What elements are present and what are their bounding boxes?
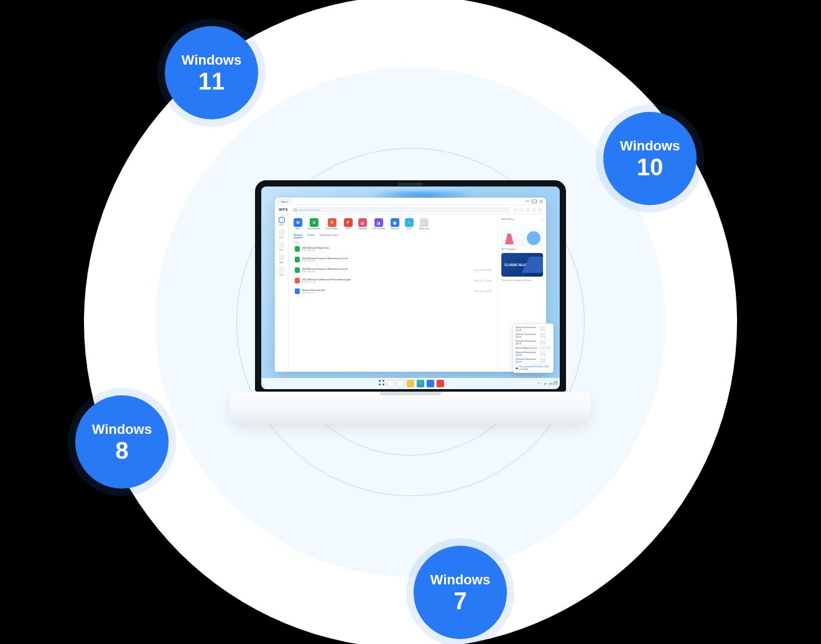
file-path: WPS Cloud File <box>302 270 471 273</box>
file-type-icon <box>295 267 300 273</box>
home-icon <box>279 217 285 223</box>
side-nav-label: Apps <box>279 261 284 264</box>
file-date: 2021-12-22 10:36 <box>474 280 491 282</box>
window-tab[interactable]: Home <box>277 199 292 204</box>
search-input[interactable]: Search documents <box>291 207 510 213</box>
tile-label: Write <box>295 228 300 230</box>
start-tiles: WWriteSSpreadsheetPPresentationPPDF◎Temp… <box>294 218 493 230</box>
recent-files-popup[interactable]: Financial Statements (1).xls12-22 10:36F… <box>513 323 554 373</box>
file-row[interactable]: 2021 Annual Financial Statements (1).xls… <box>294 255 493 264</box>
popup-file-name: Financial Statements (4).xls <box>516 351 540 356</box>
popup-file-name: Financial Statements (3).xls <box>516 340 540 345</box>
close-icon[interactable] <box>539 200 544 203</box>
side-nav-docs[interactable]: Docs <box>277 229 286 239</box>
popup-file-date: 12-22 10:36 <box>540 333 550 338</box>
tile-label: PDF <box>346 228 350 230</box>
wifi-icon[interactable]: ⌔ <box>541 382 542 385</box>
side-nav-tools[interactable]: Tools <box>277 267 286 276</box>
maximize-icon[interactable] <box>532 200 537 203</box>
file-path: My Device > Doc <box>302 281 471 283</box>
laptop-camera-notch <box>398 183 423 186</box>
popup-file-row[interactable]: Financial Statements (1).xls12-22 10:36 <box>516 326 550 333</box>
laptop-hinge <box>379 392 442 395</box>
taskbar-tray[interactable]: ᐱ ⌔ 🔈 10:36 2021/12/22 <box>538 382 558 386</box>
file-info: 2021 Annual Financial Statements (1).xls… <box>302 257 489 262</box>
header-icon[interactable] <box>532 208 536 212</box>
start-tile[interactable]: PPresentation <box>326 218 338 230</box>
folder-icon <box>279 242 285 248</box>
file-date: 2021-12-22 10:36 <box>474 269 491 272</box>
expand-icon[interactable]: ⤢ <box>542 218 543 221</box>
tile-icon: P <box>344 218 353 227</box>
task-view-icon[interactable] <box>397 380 404 387</box>
file-row[interactable]: 2021 Annual Report.xlsxWPS Cloud File <box>294 244 493 254</box>
laptop-keyboard-deck <box>230 392 591 424</box>
os-name: Windows <box>620 138 680 154</box>
tile-icon: P <box>328 218 336 227</box>
popup-file-name: Financial Statements (5).xls <box>516 358 540 363</box>
edge-icon[interactable] <box>417 380 424 387</box>
filter-share[interactable]: Share <box>307 234 315 238</box>
tile-label: Spreadsheet <box>308 228 320 230</box>
os-name: Windows <box>182 52 241 68</box>
tile-label: OCR <box>407 228 412 230</box>
filter-recent[interactable]: Recent <box>294 234 302 238</box>
promo-card-classic-blue[interactable]: CLASSIC BLUE <box>501 253 543 277</box>
start-tile[interactable]: …More tools <box>419 218 429 230</box>
file-info: Bovar's Resume.docMy Device > Doc <box>302 288 471 294</box>
side-nav-home[interactable]: Home <box>277 217 286 226</box>
side-nav-apps[interactable]: Apps <box>277 254 286 264</box>
header-icon[interactable] <box>538 208 542 212</box>
tile-label: Template <box>358 228 367 230</box>
volume-icon[interactable]: 🔈 <box>544 382 547 385</box>
header-icon[interactable] <box>526 208 530 212</box>
side-nav-open[interactable]: Open <box>277 242 286 251</box>
file-info: 2021 Annual Conference Presentation1.ppt… <box>302 278 471 283</box>
wps-office-window[interactable]: Home WPS Search documents <box>275 198 546 372</box>
os-version: 10 <box>637 155 663 179</box>
start-tile[interactable]: ⬢Resume <box>391 218 399 230</box>
section-header: Today <box>294 241 493 244</box>
header-icon[interactable] <box>519 208 524 212</box>
taskbar-pinned-apps <box>377 380 444 387</box>
wps-icon[interactable] <box>437 380 444 387</box>
file-row[interactable]: 2021 Annual Conference Presentation1.ppt… <box>294 276 493 285</box>
file-row[interactable]: Bovar's Resume.docMy Device > Doc2021-12… <box>294 287 493 296</box>
popup-file-row[interactable]: Financial Statements (2).xls12-22 10:36 <box>516 333 550 339</box>
chevron-up-icon[interactable]: ᐱ <box>538 382 539 385</box>
taskbar-clock[interactable]: 10:36 2021/12/22 <box>549 382 558 386</box>
store-icon[interactable] <box>427 380 434 387</box>
tile-icon: ◑ <box>374 218 383 227</box>
popup-file-row[interactable]: Financial Statements (4).xls12-22 10:36 <box>516 351 550 357</box>
search-icon[interactable] <box>387 380 394 387</box>
tile-icon: ○ <box>405 218 414 227</box>
right-panel-header: WPS Office ⤢ <box>501 218 543 221</box>
header-icon[interactable] <box>513 208 517 212</box>
windows-taskbar[interactable]: ᐱ ⌔ 🔈 10:36 2021/12/22 <box>261 378 560 389</box>
start-tile[interactable]: PPDF <box>344 218 353 230</box>
promo-card-illustration[interactable] <box>501 223 543 247</box>
start-tile[interactable]: ○OCR <box>405 218 414 230</box>
start-tile[interactable]: ◑PDF to Word <box>373 218 385 230</box>
start-tile[interactable]: SSpreadsheet <box>308 218 320 230</box>
taskbar-date: 2021/12/22 <box>549 384 558 385</box>
popup-file-date: 12-22 10:36 <box>540 326 550 331</box>
start-tile[interactable]: ◎Template <box>358 218 367 230</box>
start-menu-icon[interactable] <box>377 380 384 387</box>
header-action-icons <box>513 208 542 212</box>
filter-received[interactable]: Received Files <box>320 234 338 238</box>
file-type-icon <box>295 288 300 294</box>
right-panel-title: WPS Office <box>501 218 514 221</box>
search-placeholder: Search documents <box>299 208 319 211</box>
file-row[interactable]: 2020 Annual Financial Statements (2).xls… <box>294 265 493 275</box>
popup-file-row[interactable]: Annual Report (1).xlsx12-22 10:36 <box>516 346 550 351</box>
explorer-icon[interactable] <box>407 380 414 387</box>
popup-file-row[interactable]: Financial Statements (3).xls12-22 10:36 <box>516 339 550 346</box>
minimize-icon[interactable] <box>525 200 530 203</box>
start-tile[interactable]: WWrite <box>294 218 302 230</box>
popup-file-row[interactable]: Financial Statements (5).xls12-22 10:36 <box>516 357 550 364</box>
tools-icon <box>279 267 285 273</box>
tile-label: More tools <box>419 228 429 230</box>
file-type-icon <box>295 257 300 262</box>
recommend-link[interactable]: Recommend WPS Office 2019 to friends <box>516 366 550 370</box>
